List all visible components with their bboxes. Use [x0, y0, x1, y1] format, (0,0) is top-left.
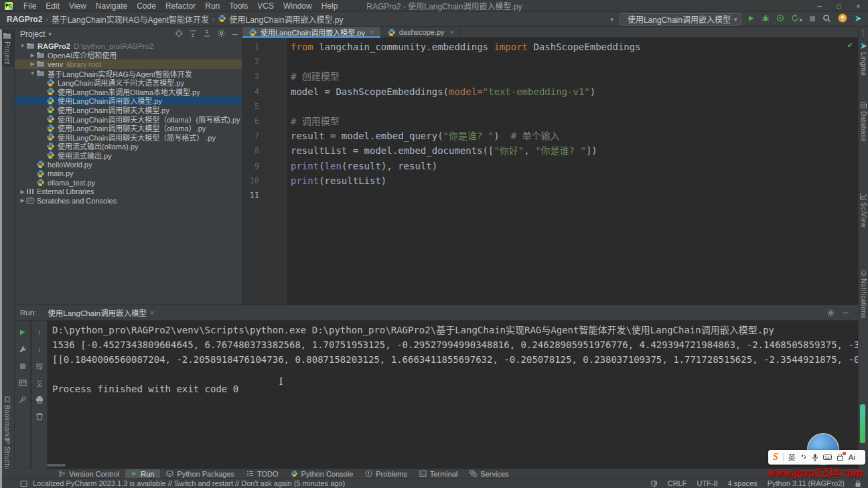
run-icon[interactable] — [747, 15, 755, 24]
search-icon[interactable] — [822, 14, 831, 25]
stop-icon[interactable] — [809, 15, 816, 24]
tree-chevron-icon[interactable]: ▶ — [29, 61, 36, 67]
toolwindow-button-python-packages[interactable]: Python Packages — [160, 469, 240, 479]
kebab-menu-icon[interactable]: ⋮ — [859, 29, 868, 37]
vertical-scrollbar-thumb[interactable] — [860, 404, 865, 443]
pin-icon[interactable] — [17, 391, 29, 408]
menu-item-code[interactable]: Code — [132, 1, 161, 11]
breadcrumb-item[interactable]: 基于LangChain实现RAG与Agent智能体开发 — [52, 13, 209, 25]
horizontal-scrollbar[interactable] — [47, 464, 66, 467]
tree-item[interactable]: main.py — [15, 169, 242, 178]
ime-language-toggle[interactable]: 英 — [788, 452, 796, 463]
debug-icon[interactable] — [762, 14, 770, 24]
project-tree[interactable]: ▼RAGPro2D:\python_pro\RAGPro2▶OpenAI库介绍和… — [15, 42, 242, 305]
toolwindow-button-problems[interactable]: Problems — [359, 469, 413, 479]
settings-gear-icon[interactable] — [826, 309, 835, 317]
stripe-tab-project[interactable]: Project — [0, 29, 14, 67]
update-badge-icon[interactable] — [838, 13, 847, 25]
status-interpreter[interactable]: Python 3.11 (RAGPro2) — [768, 479, 845, 487]
tree-chevron-icon[interactable]: ▶ — [19, 197, 26, 204]
menu-item-vcs[interactable]: VCS — [252, 1, 279, 11]
tree-chevron-icon[interactable]: ▶ — [19, 189, 26, 195]
editor-tab[interactable]: 使用LangChain调用嵌入模型.py× — [242, 27, 381, 37]
maximize-button[interactable]: □ — [829, 0, 849, 12]
voice-tone-icon[interactable] — [800, 454, 807, 461]
run-console-output[interactable]: D:\python_pro\RAGPro2\venv\Scripts\pytho… — [48, 321, 858, 463]
down-icon[interactable]: ↓ — [33, 341, 46, 357]
status-message[interactable]: Localized PyCharm 2023.1.3 is available … — [20, 479, 345, 487]
structure-icon — [4, 438, 11, 444]
menu-item-help[interactable]: Help — [317, 1, 343, 11]
menu-item-file[interactable]: File — [19, 1, 41, 11]
tree-item[interactable]: ollama_test.py — [15, 178, 242, 187]
toolwindow-button-terminal[interactable]: Terminal — [413, 469, 464, 479]
stripe-tab-database[interactable]: Database — [859, 99, 868, 145]
target-icon[interactable] — [175, 29, 183, 39]
inspections-ok-icon[interactable]: ✔ — [847, 41, 853, 50]
settings-gear-icon[interactable] — [217, 29, 226, 39]
stripe-tab-notifications[interactable]: Notifications — [859, 266, 868, 321]
collapse-all-icon[interactable] — [203, 29, 211, 39]
menu-item-run[interactable]: Run — [200, 1, 224, 11]
toolwindow-button-todo[interactable]: TODO — [240, 469, 285, 479]
tree-item[interactable]: 使用流式输出(ollama).py — [15, 142, 242, 151]
printer-icon[interactable] — [33, 391, 46, 408]
stripe-tab-lingma[interactable]: Lingma — [859, 39, 868, 78]
tree-item[interactable]: 使用流式输出.py — [15, 151, 242, 160]
ime-ai-button[interactable]: Ai — [849, 453, 855, 461]
up-icon[interactable]: ↑ — [33, 324, 46, 341]
hide-panel-icon[interactable]: ─ — [232, 29, 238, 39]
tree-item[interactable]: ▶Scratches and Consoles — [15, 196, 242, 206]
input-method-toolbar[interactable]: S 英 Ai — [768, 450, 865, 465]
clipboard-icon[interactable] — [837, 454, 844, 461]
menu-item-view[interactable]: View — [64, 1, 91, 11]
tree-item[interactable]: ▶External Libraries — [15, 187, 242, 197]
tree-chevron-icon[interactable]: ▼ — [29, 70, 36, 76]
python-icon — [36, 169, 45, 178]
coverage-icon[interactable]: ▾ — [791, 14, 802, 24]
close-icon[interactable]: × — [450, 29, 454, 36]
minimize-button[interactable]: ─ — [810, 0, 829, 12]
toolwindow-button-services[interactable]: Services — [463, 469, 514, 479]
run-tab[interactable]: 使用LangChain调用嵌入模型 × — [40, 305, 157, 320]
tree-item[interactable]: helloWorld.py — [15, 160, 242, 169]
trash-icon[interactable] — [33, 408, 46, 424]
close-button[interactable]: × — [849, 0, 868, 12]
settings-wrench-icon[interactable] — [17, 341, 29, 357]
close-icon[interactable]: × — [370, 29, 374, 36]
menu-item-edit[interactable]: Edit — [41, 1, 64, 11]
status-encoding[interactable]: UTF-8 — [697, 479, 717, 487]
menu-item-window[interactable]: Window — [279, 1, 317, 11]
restore-layout-icon[interactable] — [17, 374, 29, 391]
expand-all-icon[interactable] — [189, 29, 197, 39]
tree-item[interactable]: ▶OpenAI库介绍和使用 — [15, 51, 242, 60]
menu-item-tools[interactable]: Tools — [224, 1, 252, 11]
close-icon[interactable]: × — [150, 309, 154, 317]
toolwindow-button-python-console[interactable]: Python Console — [285, 469, 360, 479]
editor-tab[interactable]: dashscope.py× — [381, 27, 461, 37]
hide-panel-icon[interactable]: ─ — [843, 309, 849, 317]
stripe-tab-sciview[interactable]: SciView — [859, 190, 868, 230]
lingma-icon[interactable] — [854, 14, 863, 25]
menu-item-navigate[interactable]: Navigate — [91, 1, 132, 11]
status-indent[interactable]: 4 spaces — [728, 479, 757, 487]
sogou-logo-icon[interactable]: S — [773, 452, 778, 463]
softwrap-icon[interactable] — [33, 357, 46, 374]
microphone-icon[interactable] — [812, 453, 818, 461]
status-line-endings[interactable]: CRLF — [668, 479, 687, 487]
rerun-icon[interactable] — [17, 324, 29, 341]
scrollend-icon[interactable] — [33, 374, 46, 391]
profiler-icon[interactable] — [776, 14, 784, 24]
stop-icon[interactable] — [17, 357, 29, 374]
menu-item-refactor[interactable]: Refactor — [161, 1, 200, 11]
tree-chevron-icon[interactable]: ▶ — [29, 52, 36, 58]
keyboard-icon[interactable] — [823, 454, 832, 461]
breadcrumb-item[interactable]: RAGPro2 — [7, 15, 42, 24]
chevron-down-icon[interactable]: ▾ — [48, 31, 52, 37]
breadcrumb-item[interactable]: 使用LangChain调用嵌入模型.py — [218, 13, 343, 25]
tree-chevron-icon[interactable]: ▼ — [19, 43, 26, 49]
run-configuration-select[interactable]: 使用LangChain调用嵌入模型 ▾ — [620, 13, 742, 25]
toolwindow-button-run[interactable]: Run — [125, 469, 160, 479]
code-editor[interactable]: 使用LangChain调用嵌入模型.py×dashscope.py× 1from… — [242, 27, 858, 305]
toolwindow-button-version-control[interactable]: Version Control — [52, 469, 125, 479]
